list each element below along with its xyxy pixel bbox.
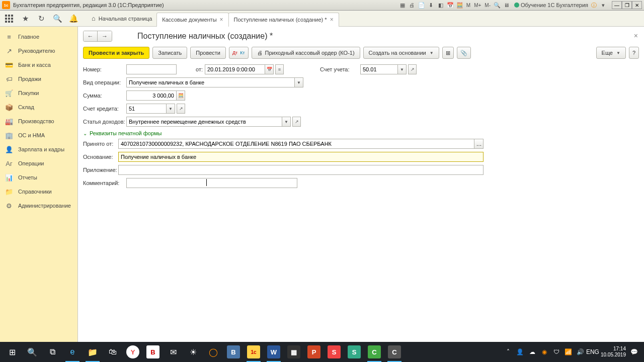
income-open-button[interactable]: ↗ bbox=[292, 117, 301, 127]
ppt-icon[interactable]: P bbox=[304, 342, 324, 362]
tray-lang[interactable]: ENG bbox=[589, 348, 597, 356]
start-button[interactable]: ⊞ bbox=[2, 342, 22, 362]
tab-cash-docs[interactable]: Кассовые документы × bbox=[156, 13, 228, 27]
learn-link[interactable]: Обучение 1С Бухгалтерия bbox=[514, 2, 588, 8]
word-icon[interactable]: W bbox=[264, 342, 284, 362]
section-toggle[interactable]: ⌄ Реквизиты печатной формы bbox=[83, 130, 639, 136]
list-button[interactable]: ≡ bbox=[275, 64, 284, 74]
post-and-close-button[interactable]: Провести и закрыть bbox=[83, 47, 149, 59]
sidebar-item-hr[interactable]: 👤Зарплата и кадры bbox=[0, 142, 77, 156]
close-page-icon[interactable]: × bbox=[634, 32, 638, 40]
dt-kt-button[interactable]: ДтКт bbox=[229, 47, 249, 59]
clock[interactable]: 17:14 10.05.2019 bbox=[601, 346, 626, 358]
tray-cloud-icon[interactable]: ☁ bbox=[528, 348, 536, 356]
m-label[interactable]: M bbox=[466, 3, 470, 8]
minimize-button[interactable]: — bbox=[612, 1, 622, 9]
compare-icon[interactable]: ◧ bbox=[437, 1, 445, 9]
back-button[interactable]: ← bbox=[84, 31, 98, 41]
sidebar-item-catalogs[interactable]: 📁Справочники bbox=[0, 185, 77, 199]
income-input[interactable] bbox=[126, 117, 282, 127]
structure-button[interactable]: ⊞ bbox=[442, 47, 454, 59]
close-icon[interactable]: × bbox=[330, 16, 334, 23]
task-search-icon[interactable]: 🔍 bbox=[22, 342, 42, 362]
yandex-icon[interactable]: Y bbox=[123, 342, 143, 362]
apps-icon[interactable] bbox=[4, 14, 14, 24]
date-input[interactable] bbox=[205, 64, 265, 74]
calendar-icon[interactable]: 📅 bbox=[446, 1, 454, 9]
mail-icon[interactable]: ✉ bbox=[163, 342, 183, 362]
forward-button[interactable]: → bbox=[98, 31, 112, 41]
credit-open-button[interactable]: ↗ bbox=[177, 104, 185, 114]
ellipsis-button[interactable]: … bbox=[474, 139, 484, 149]
calc-icon[interactable]: 🧮 bbox=[456, 1, 464, 9]
sidebar-item-manager[interactable]: ↗Руководителю bbox=[0, 44, 77, 58]
sidebar-item-bank[interactable]: 💳Банк и касса bbox=[0, 58, 77, 72]
calc-task-icon[interactable]: ▦ bbox=[284, 342, 304, 362]
close-button[interactable]: ✕ bbox=[632, 1, 642, 9]
tab-home[interactable]: ⌂ Начальная страница bbox=[87, 11, 157, 27]
sidebar-item-warehouse[interactable]: 📦Склад bbox=[0, 100, 77, 114]
sidebar-item-operations[interactable]: АгОперации bbox=[0, 156, 77, 170]
zoom-icon[interactable]: 🔍 bbox=[493, 1, 501, 9]
m-plus-label[interactable]: M+ bbox=[474, 3, 481, 8]
maximize-button[interactable]: ❐ bbox=[622, 1, 632, 9]
notifications-icon[interactable]: 💬 bbox=[630, 348, 638, 356]
received-from-input[interactable] bbox=[118, 139, 474, 149]
toolbar-icon[interactable]: ▦ bbox=[398, 1, 407, 9]
tray-up-icon[interactable]: ˄ bbox=[504, 348, 512, 356]
info-icon[interactable]: ⓘ bbox=[590, 1, 598, 9]
op-type-input[interactable] bbox=[126, 77, 295, 87]
print-icon[interactable]: 🖨 bbox=[408, 1, 416, 9]
download-icon[interactable]: ⬇ bbox=[427, 1, 435, 9]
sidebar-item-reports[interactable]: 📊Отчеты bbox=[0, 170, 77, 185]
account-input[interactable] bbox=[360, 64, 398, 74]
task-view-icon[interactable]: ⧉ bbox=[42, 342, 62, 362]
weather-icon[interactable]: ☀ bbox=[183, 342, 203, 362]
tray-people-icon[interactable]: 👤 bbox=[516, 348, 524, 356]
edge-icon[interactable]: e bbox=[62, 342, 83, 362]
income-dropdown[interactable]: ▼ bbox=[282, 117, 291, 127]
s2-icon[interactable]: S bbox=[344, 342, 364, 362]
tab-cash-receipt[interactable]: Поступление наличных (создание) * × bbox=[228, 13, 339, 27]
c1-icon[interactable]: C bbox=[364, 342, 384, 362]
sidebar-item-sales[interactable]: 🏷Продажи bbox=[0, 72, 77, 86]
basis-input[interactable] bbox=[118, 152, 484, 162]
sidebar-item-admin[interactable]: ⚙Администрирование bbox=[0, 199, 77, 213]
credit-input[interactable] bbox=[126, 104, 167, 114]
save-button[interactable]: Записать bbox=[152, 47, 187, 59]
1c-icon[interactable]: 1c bbox=[244, 342, 264, 362]
attach-button[interactable]: 📎 bbox=[457, 47, 471, 59]
tray-net-icon[interactable]: 📶 bbox=[565, 348, 573, 356]
sidebar-item-production[interactable]: 🏭Производство bbox=[0, 114, 77, 128]
c2-icon[interactable]: C bbox=[384, 342, 405, 362]
b-icon[interactable]: B bbox=[143, 342, 163, 362]
history-icon[interactable]: ↻ bbox=[36, 14, 46, 24]
s1-icon[interactable]: S bbox=[324, 342, 344, 362]
close-icon[interactable]: × bbox=[220, 16, 223, 23]
tray-shield-icon[interactable]: 🛡 bbox=[552, 348, 560, 356]
screen-icon[interactable]: 🖥 bbox=[503, 1, 511, 9]
calc-button[interactable]: 🧮 bbox=[177, 90, 185, 101]
favorite-icon[interactable]: ★ bbox=[20, 14, 30, 24]
help-button[interactable]: ? bbox=[629, 47, 639, 59]
bell-icon[interactable]: 🔔 bbox=[68, 14, 78, 24]
account-dropdown[interactable]: ▼ bbox=[398, 64, 407, 74]
tray-app-icon[interactable]: ◉ bbox=[540, 348, 548, 356]
account-open-button[interactable]: ↗ bbox=[408, 64, 417, 74]
sidebar-item-main[interactable]: ≡Главное bbox=[0, 30, 77, 44]
sidebar-item-purchases[interactable]: 🛒Покупки bbox=[0, 86, 77, 100]
dropdown-icon[interactable]: ▾ bbox=[599, 1, 607, 9]
explorer-icon[interactable]: 📁 bbox=[83, 342, 103, 362]
credit-dropdown[interactable]: ▼ bbox=[167, 104, 175, 114]
print-order-button[interactable]: 🖨Приходный кассовый ордер (КО-1) bbox=[252, 47, 360, 59]
m-minus-label[interactable]: M- bbox=[485, 3, 491, 8]
search-icon[interactable]: 🔍 bbox=[52, 14, 62, 24]
post-button[interactable]: Провести bbox=[190, 47, 226, 59]
vk-icon[interactable]: B bbox=[223, 342, 244, 362]
doc-icon[interactable]: 📄 bbox=[418, 1, 426, 9]
attachment-input[interactable] bbox=[118, 165, 484, 175]
store-icon[interactable]: 🛍 bbox=[103, 342, 123, 362]
create-based-button[interactable]: Создать на основании▼ bbox=[363, 47, 439, 59]
tray-sound-icon[interactable]: 🔊 bbox=[577, 348, 585, 356]
sum-input[interactable] bbox=[126, 90, 177, 101]
